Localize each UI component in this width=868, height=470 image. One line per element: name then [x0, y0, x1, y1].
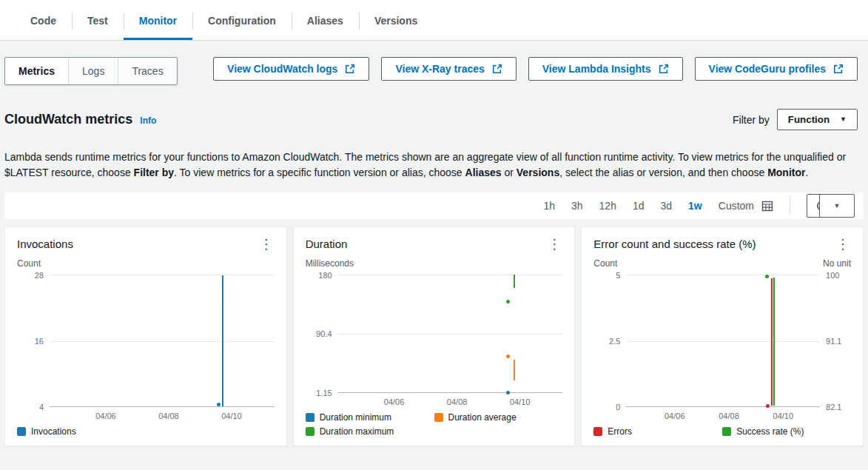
tab-label: Versions: [374, 15, 417, 27]
tab-label: Code: [30, 15, 56, 27]
calendar-icon[interactable]: [761, 200, 773, 212]
view-lambda-insights-button[interactable]: View Lambda Insights: [528, 57, 683, 81]
tab-configuration[interactable]: Configuration: [192, 0, 292, 40]
tab-label: Configuration: [208, 15, 276, 27]
subtab-metrics[interactable]: Metrics: [5, 58, 69, 84]
y-axis-right-unit-label: No unit: [823, 258, 851, 269]
legend-swatch: [306, 427, 314, 436]
divider: [790, 197, 790, 215]
chart-data-line: [773, 278, 775, 406]
chart-legend: Duration minimum Duration average Durati…: [306, 412, 563, 437]
button-label: View Lambda Insights: [542, 63, 651, 75]
chart-data-point: [765, 275, 769, 278]
tab-monitor[interactable]: Monitor: [124, 0, 192, 40]
filter-by-label: Filter by: [733, 114, 770, 126]
chart-legend: Errors Success rate (%): [593, 426, 851, 437]
y-tick-label: 28: [35, 271, 44, 280]
legend-label: Duration minimum: [320, 412, 391, 423]
y-axis-right-ticks: 100 91.1 82.1: [820, 275, 851, 407]
chart-data-point: [506, 355, 510, 358]
chevron-down-icon: ▼: [840, 116, 847, 123]
function-tab-bar: Code Test Monitor Configuration Aliases …: [0, 0, 868, 41]
tab-versions[interactable]: Versions: [359, 0, 433, 40]
description: Lambda sends runtime metrics for your fu…: [0, 141, 868, 181]
y-tick-label: 1.15: [316, 389, 332, 397]
description-segment: .: [805, 167, 808, 178]
external-links-group: View CloudWatch logs View X-Ray traces V…: [213, 57, 858, 81]
legend-swatch: [434, 413, 443, 422]
range-3d[interactable]: 3d: [661, 200, 673, 212]
kebab-menu-icon[interactable]: ⋮: [546, 238, 562, 251]
y-tick-label: 4: [39, 403, 44, 412]
range-1d[interactable]: 1d: [633, 200, 645, 212]
legend-item[interactable]: Success rate (%): [722, 426, 851, 437]
view-xray-traces-button[interactable]: View X-Ray traces: [381, 57, 516, 81]
y-axis-ticks: 5 2.5 0: [593, 275, 626, 407]
range-1w[interactable]: 1w: [688, 200, 702, 212]
kebab-menu-icon[interactable]: ⋮: [258, 238, 275, 251]
legend-swatch: [306, 413, 314, 422]
page-title: CloudWatch metrics: [4, 112, 132, 127]
x-tick-label: 04/08: [158, 412, 179, 420]
legend-label: Duration maximum: [320, 426, 394, 437]
plot-area: [626, 275, 820, 407]
legend-swatch: [17, 427, 26, 436]
chart-card-duration: Duration ⋮ Milliseconds 180 90.4 1.15 04…: [293, 226, 576, 446]
description-segment: or: [502, 167, 517, 178]
monitor-subtabs: Metrics Logs Traces: [4, 57, 178, 85]
chart-data-line: [514, 275, 515, 288]
external-link-icon: [833, 64, 844, 74]
y-axis-ticks: 28 16 4: [17, 275, 50, 407]
chart-data-point: [217, 403, 221, 406]
chevron-down-icon: ▼: [834, 203, 841, 209]
tab-aliases[interactable]: Aliases: [292, 0, 359, 40]
subtab-traces[interactable]: Traces: [118, 58, 176, 84]
range-12h[interactable]: 12h: [599, 200, 616, 212]
chart-data-line: [771, 278, 773, 406]
y-tick-label: 180: [318, 271, 332, 280]
x-tick-label: 04/10: [510, 397, 531, 406]
range-1h[interactable]: 1h: [543, 200, 555, 212]
tab-test[interactable]: Test: [72, 0, 124, 40]
tab-code[interactable]: Code: [15, 0, 72, 40]
legend-item[interactable]: Invocations: [17, 426, 275, 437]
info-link[interactable]: Info: [140, 115, 156, 126]
legend-item[interactable]: Errors: [593, 426, 722, 437]
x-axis-ticks: 04/0604/0804/10: [626, 407, 820, 422]
legend-item[interactable]: Duration maximum: [306, 426, 434, 437]
tab-label: Test: [87, 15, 108, 27]
description-segment: . To view metrics for a specific functio…: [174, 167, 465, 178]
external-link-icon: [659, 64, 669, 74]
y-tick-label: 2.5: [609, 337, 620, 346]
description-segment: Monitor: [767, 167, 805, 178]
y-tick-label: 91.1: [826, 337, 841, 346]
range-3h[interactable]: 3h: [571, 200, 583, 212]
metrics-heading-row: CloudWatch metrics Info Filter by Functi…: [0, 85, 868, 130]
button-label: View X-Ray traces: [395, 63, 484, 75]
external-link-icon: [345, 64, 355, 74]
x-tick-label: 04/06: [384, 397, 405, 406]
chart-title: Duration: [306, 238, 348, 250]
legend-item[interactable]: Duration average: [434, 412, 563, 423]
legend-label: Errors: [608, 426, 632, 437]
refresh-options-dropdown[interactable]: ▼: [819, 194, 855, 218]
y-tick-label: 5: [616, 271, 620, 280]
function-filter-dropdown[interactable]: Function ▼: [777, 109, 858, 130]
legend-swatch: [593, 427, 602, 436]
filter-value: Function: [788, 114, 830, 125]
legend-label: Duration average: [448, 412, 517, 423]
chart-title: Error count and success rate (%): [593, 238, 756, 250]
y-axis-unit-label: Count: [17, 258, 41, 269]
x-tick-label: 04/10: [221, 412, 242, 420]
kebab-menu-icon[interactable]: ⋮: [835, 238, 851, 251]
x-tick-label: 04/08: [447, 397, 468, 406]
y-axis-ticks: 180 90.4 1.15: [306, 275, 338, 393]
legend-item[interactable]: Duration minimum: [306, 412, 434, 423]
button-label: View CloudWatch logs: [227, 63, 337, 75]
subtab-logs[interactable]: Logs: [69, 58, 118, 84]
plot-area: [338, 275, 563, 393]
view-cloudwatch-logs-button[interactable]: View CloudWatch logs: [213, 57, 369, 81]
view-codeguru-profiles-button[interactable]: View CodeGuru profiles: [695, 57, 858, 81]
chart-data-line: [514, 360, 515, 381]
range-custom[interactable]: Custom: [719, 200, 754, 212]
